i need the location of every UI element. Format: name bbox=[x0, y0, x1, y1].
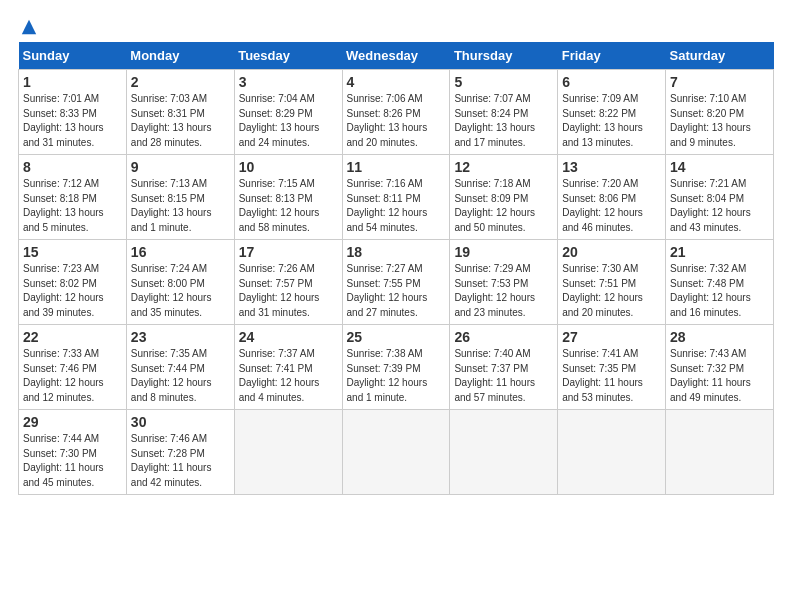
day-number: 9 bbox=[131, 159, 230, 175]
day-info: Sunrise: 7:09 AM Sunset: 8:22 PM Dayligh… bbox=[562, 92, 661, 150]
day-info: Sunrise: 7:01 AM Sunset: 8:33 PM Dayligh… bbox=[23, 92, 122, 150]
calendar-cell bbox=[450, 410, 558, 495]
calendar-cell: 5Sunrise: 7:07 AM Sunset: 8:24 PM Daylig… bbox=[450, 70, 558, 155]
day-info: Sunrise: 7:27 AM Sunset: 7:55 PM Dayligh… bbox=[347, 262, 446, 320]
day-info: Sunrise: 7:03 AM Sunset: 8:31 PM Dayligh… bbox=[131, 92, 230, 150]
day-number: 17 bbox=[239, 244, 338, 260]
calendar-cell bbox=[666, 410, 774, 495]
calendar-cell: 10Sunrise: 7:15 AM Sunset: 8:13 PM Dayli… bbox=[234, 155, 342, 240]
calendar-cell: 11Sunrise: 7:16 AM Sunset: 8:11 PM Dayli… bbox=[342, 155, 450, 240]
day-info: Sunrise: 7:35 AM Sunset: 7:44 PM Dayligh… bbox=[131, 347, 230, 405]
day-info: Sunrise: 7:18 AM Sunset: 8:09 PM Dayligh… bbox=[454, 177, 553, 235]
calendar-cell: 15Sunrise: 7:23 AM Sunset: 8:02 PM Dayli… bbox=[19, 240, 127, 325]
day-number: 26 bbox=[454, 329, 553, 345]
calendar-cell: 29Sunrise: 7:44 AM Sunset: 7:30 PM Dayli… bbox=[19, 410, 127, 495]
day-number: 13 bbox=[562, 159, 661, 175]
day-info: Sunrise: 7:23 AM Sunset: 8:02 PM Dayligh… bbox=[23, 262, 122, 320]
page: SundayMondayTuesdayWednesdayThursdayFrid… bbox=[0, 0, 792, 505]
day-number: 25 bbox=[347, 329, 446, 345]
day-info: Sunrise: 7:43 AM Sunset: 7:32 PM Dayligh… bbox=[670, 347, 769, 405]
day-number: 16 bbox=[131, 244, 230, 260]
day-number: 10 bbox=[239, 159, 338, 175]
day-info: Sunrise: 7:12 AM Sunset: 8:18 PM Dayligh… bbox=[23, 177, 122, 235]
day-info: Sunrise: 7:13 AM Sunset: 8:15 PM Dayligh… bbox=[131, 177, 230, 235]
day-number: 20 bbox=[562, 244, 661, 260]
day-number: 29 bbox=[23, 414, 122, 430]
calendar-cell bbox=[234, 410, 342, 495]
day-number: 4 bbox=[347, 74, 446, 90]
day-info: Sunrise: 7:33 AM Sunset: 7:46 PM Dayligh… bbox=[23, 347, 122, 405]
calendar-cell: 8Sunrise: 7:12 AM Sunset: 8:18 PM Daylig… bbox=[19, 155, 127, 240]
calendar-cell: 22Sunrise: 7:33 AM Sunset: 7:46 PM Dayli… bbox=[19, 325, 127, 410]
calendar-cell: 6Sunrise: 7:09 AM Sunset: 8:22 PM Daylig… bbox=[558, 70, 666, 155]
day-number: 3 bbox=[239, 74, 338, 90]
calendar-cell: 2Sunrise: 7:03 AM Sunset: 8:31 PM Daylig… bbox=[126, 70, 234, 155]
calendar-cell: 18Sunrise: 7:27 AM Sunset: 7:55 PM Dayli… bbox=[342, 240, 450, 325]
day-info: Sunrise: 7:06 AM Sunset: 8:26 PM Dayligh… bbox=[347, 92, 446, 150]
day-info: Sunrise: 7:30 AM Sunset: 7:51 PM Dayligh… bbox=[562, 262, 661, 320]
calendar-cell: 26Sunrise: 7:40 AM Sunset: 7:37 PM Dayli… bbox=[450, 325, 558, 410]
day-number: 8 bbox=[23, 159, 122, 175]
calendar-cell: 4Sunrise: 7:06 AM Sunset: 8:26 PM Daylig… bbox=[342, 70, 450, 155]
day-number: 21 bbox=[670, 244, 769, 260]
col-header-monday: Monday bbox=[126, 42, 234, 70]
day-number: 19 bbox=[454, 244, 553, 260]
day-info: Sunrise: 7:37 AM Sunset: 7:41 PM Dayligh… bbox=[239, 347, 338, 405]
col-header-tuesday: Tuesday bbox=[234, 42, 342, 70]
day-info: Sunrise: 7:32 AM Sunset: 7:48 PM Dayligh… bbox=[670, 262, 769, 320]
calendar-cell: 19Sunrise: 7:29 AM Sunset: 7:53 PM Dayli… bbox=[450, 240, 558, 325]
day-number: 12 bbox=[454, 159, 553, 175]
header bbox=[18, 18, 774, 32]
day-info: Sunrise: 7:20 AM Sunset: 8:06 PM Dayligh… bbox=[562, 177, 661, 235]
day-info: Sunrise: 7:04 AM Sunset: 8:29 PM Dayligh… bbox=[239, 92, 338, 150]
day-number: 28 bbox=[670, 329, 769, 345]
day-number: 22 bbox=[23, 329, 122, 345]
calendar-cell: 28Sunrise: 7:43 AM Sunset: 7:32 PM Dayli… bbox=[666, 325, 774, 410]
calendar-cell: 13Sunrise: 7:20 AM Sunset: 8:06 PM Dayli… bbox=[558, 155, 666, 240]
day-info: Sunrise: 7:41 AM Sunset: 7:35 PM Dayligh… bbox=[562, 347, 661, 405]
calendar-cell: 12Sunrise: 7:18 AM Sunset: 8:09 PM Dayli… bbox=[450, 155, 558, 240]
calendar-cell: 30Sunrise: 7:46 AM Sunset: 7:28 PM Dayli… bbox=[126, 410, 234, 495]
col-header-wednesday: Wednesday bbox=[342, 42, 450, 70]
day-info: Sunrise: 7:15 AM Sunset: 8:13 PM Dayligh… bbox=[239, 177, 338, 235]
calendar-cell: 27Sunrise: 7:41 AM Sunset: 7:35 PM Dayli… bbox=[558, 325, 666, 410]
calendar-cell: 17Sunrise: 7:26 AM Sunset: 7:57 PM Dayli… bbox=[234, 240, 342, 325]
day-number: 5 bbox=[454, 74, 553, 90]
day-info: Sunrise: 7:07 AM Sunset: 8:24 PM Dayligh… bbox=[454, 92, 553, 150]
day-number: 27 bbox=[562, 329, 661, 345]
svg-marker-0 bbox=[22, 20, 36, 34]
day-number: 23 bbox=[131, 329, 230, 345]
calendar-cell: 24Sunrise: 7:37 AM Sunset: 7:41 PM Dayli… bbox=[234, 325, 342, 410]
day-info: Sunrise: 7:29 AM Sunset: 7:53 PM Dayligh… bbox=[454, 262, 553, 320]
calendar-cell: 25Sunrise: 7:38 AM Sunset: 7:39 PM Dayli… bbox=[342, 325, 450, 410]
day-number: 7 bbox=[670, 74, 769, 90]
day-info: Sunrise: 7:21 AM Sunset: 8:04 PM Dayligh… bbox=[670, 177, 769, 235]
day-info: Sunrise: 7:16 AM Sunset: 8:11 PM Dayligh… bbox=[347, 177, 446, 235]
logo-icon bbox=[20, 18, 38, 36]
calendar-cell: 1Sunrise: 7:01 AM Sunset: 8:33 PM Daylig… bbox=[19, 70, 127, 155]
calendar-cell: 7Sunrise: 7:10 AM Sunset: 8:20 PM Daylig… bbox=[666, 70, 774, 155]
day-number: 14 bbox=[670, 159, 769, 175]
day-info: Sunrise: 7:24 AM Sunset: 8:00 PM Dayligh… bbox=[131, 262, 230, 320]
day-number: 2 bbox=[131, 74, 230, 90]
calendar-cell bbox=[342, 410, 450, 495]
day-info: Sunrise: 7:46 AM Sunset: 7:28 PM Dayligh… bbox=[131, 432, 230, 490]
day-number: 11 bbox=[347, 159, 446, 175]
day-number: 18 bbox=[347, 244, 446, 260]
col-header-sunday: Sunday bbox=[19, 42, 127, 70]
day-number: 1 bbox=[23, 74, 122, 90]
col-header-thursday: Thursday bbox=[450, 42, 558, 70]
day-number: 6 bbox=[562, 74, 661, 90]
day-info: Sunrise: 7:40 AM Sunset: 7:37 PM Dayligh… bbox=[454, 347, 553, 405]
calendar-cell: 23Sunrise: 7:35 AM Sunset: 7:44 PM Dayli… bbox=[126, 325, 234, 410]
day-number: 30 bbox=[131, 414, 230, 430]
day-info: Sunrise: 7:44 AM Sunset: 7:30 PM Dayligh… bbox=[23, 432, 122, 490]
calendar-cell: 16Sunrise: 7:24 AM Sunset: 8:00 PM Dayli… bbox=[126, 240, 234, 325]
calendar-cell: 9Sunrise: 7:13 AM Sunset: 8:15 PM Daylig… bbox=[126, 155, 234, 240]
day-info: Sunrise: 7:38 AM Sunset: 7:39 PM Dayligh… bbox=[347, 347, 446, 405]
calendar-table: SundayMondayTuesdayWednesdayThursdayFrid… bbox=[18, 42, 774, 495]
day-number: 24 bbox=[239, 329, 338, 345]
day-info: Sunrise: 7:26 AM Sunset: 7:57 PM Dayligh… bbox=[239, 262, 338, 320]
logo bbox=[18, 18, 38, 32]
calendar-cell: 21Sunrise: 7:32 AM Sunset: 7:48 PM Dayli… bbox=[666, 240, 774, 325]
